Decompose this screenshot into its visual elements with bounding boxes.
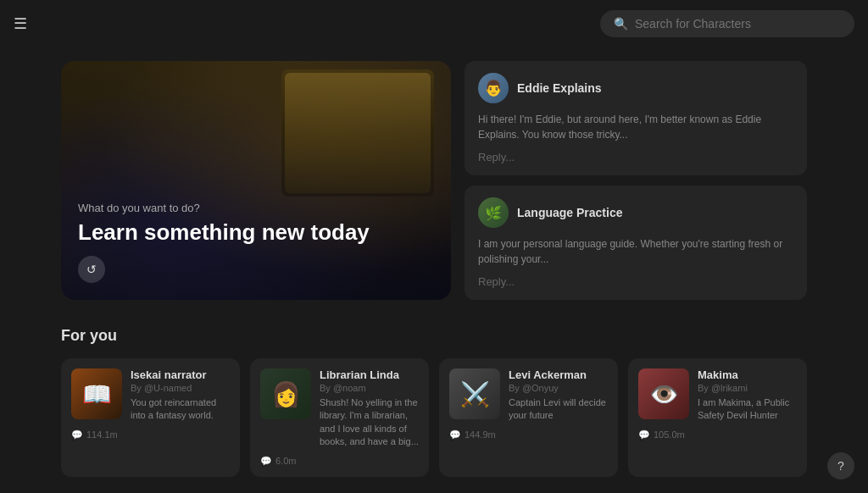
for-you-title: For you (61, 327, 807, 345)
menu-icon[interactable]: ☰ (14, 14, 27, 33)
hero-chars: 👨 Eddie Explains Hi there! I'm Eddie, bu… (465, 61, 807, 300)
char-desc-1: I am your personal language guide. Wheth… (478, 236, 793, 267)
char-reply-0[interactable]: Reply... (478, 151, 793, 163)
fy-desc-1: Shush! No yelling in the library. I'm a … (320, 396, 419, 449)
fy-messages-1: 6.0m (275, 456, 296, 466)
topbar: ☰ 🔍 (0, 0, 868, 47)
fy-by-2: By @Onyuy (509, 383, 608, 393)
featured-char-card-0[interactable]: 👨 Eddie Explains Hi there! I'm Eddie, bu… (465, 61, 807, 175)
fy-messages-0: 114.1m (86, 429, 118, 440)
fy-desc-3: I am Makima, a Public Safety Devil Hunte… (698, 396, 797, 423)
char-card-header: 👨 Eddie Explains (478, 73, 793, 103)
refresh-icon[interactable]: ↺ (78, 256, 105, 283)
fy-meta-1: 💬 6.0m (260, 456, 419, 467)
char-reply-1[interactable]: Reply... (478, 275, 793, 288)
fy-by-3: By @lrikami (698, 383, 797, 393)
hero-subtitle: What do you want to do? (78, 202, 434, 214)
message-icon-2: 💬 (449, 429, 461, 440)
fy-desc-0: You got reincarnated into a fantasy worl… (131, 396, 230, 423)
char-desc-0: Hi there! I'm Eddie, but around here, I'… (478, 112, 793, 142)
fy-char-name-1: Librarian Linda (320, 368, 419, 381)
featured-char-card-1[interactable]: 🌿 Language Practice I am your personal l… (465, 186, 807, 300)
fy-desc-2: Captain Levi will decide your future (509, 396, 608, 423)
search-bar[interactable]: 🔍 (600, 10, 854, 37)
message-icon-0: 💬 (71, 429, 83, 440)
hero-section: What do you want to do? Learn something … (61, 61, 807, 300)
main-content: What do you want to do? Learn something … (0, 47, 868, 493)
fy-thumb-makima: 👁️ (638, 368, 689, 419)
fy-meta-2: 💬 144.9m (449, 429, 608, 440)
message-icon-3: 💬 (638, 429, 650, 440)
search-icon: 🔍 (614, 17, 628, 30)
fy-card-1[interactable]: 👩 Librarian Linda By @noam Shush! No yel… (250, 358, 429, 477)
search-input[interactable] (635, 17, 841, 30)
for-you-section: For you 📖 Isekai narrator By @U-named Yo… (61, 327, 807, 477)
fy-by-1: By @noam (320, 383, 419, 393)
for-you-row: 📖 Isekai narrator By @U-named You got re… (61, 358, 807, 477)
fy-card-3[interactable]: 👁️ Makima By @lrikami I am Makima, a Pub… (628, 358, 807, 477)
fy-meta-3: 💬 105.0m (638, 429, 797, 440)
char-name-0: Eddie Explains (517, 81, 602, 95)
char-avatar-lang: 🌿 (478, 197, 509, 228)
fy-card-2[interactable]: ⚔️ Levi Ackerman By @Onyuy Captain Levi … (439, 358, 618, 477)
message-icon-1: 💬 (260, 456, 272, 467)
hero-card: What do you want to do? Learn something … (61, 61, 451, 300)
fy-thumb-librarian: 👩 (260, 368, 311, 419)
char-avatar-eddie: 👨 (478, 73, 509, 103)
char-card-header-1: 🌿 Language Practice (478, 197, 793, 228)
fy-messages-3: 105.0m (654, 429, 685, 440)
fy-thumb-levi: ⚔️ (449, 368, 500, 419)
fy-char-name-2: Levi Ackerman (509, 368, 608, 381)
fy-by-0: By @U-named (131, 383, 230, 393)
fy-meta-0: 💬 114.1m (71, 429, 230, 440)
fy-char-name-3: Makima (698, 368, 797, 381)
fy-thumb-isekai: 📖 (71, 368, 122, 419)
fy-char-name-0: Isekai narrator (131, 368, 230, 381)
char-name-1: Language Practice (517, 206, 623, 219)
help-button[interactable]: ? (827, 452, 854, 479)
fy-messages-2: 144.9m (465, 429, 496, 440)
hero-title: Learn something new today (78, 219, 434, 246)
fy-card-0[interactable]: 📖 Isekai narrator By @U-named You got re… (61, 358, 240, 477)
